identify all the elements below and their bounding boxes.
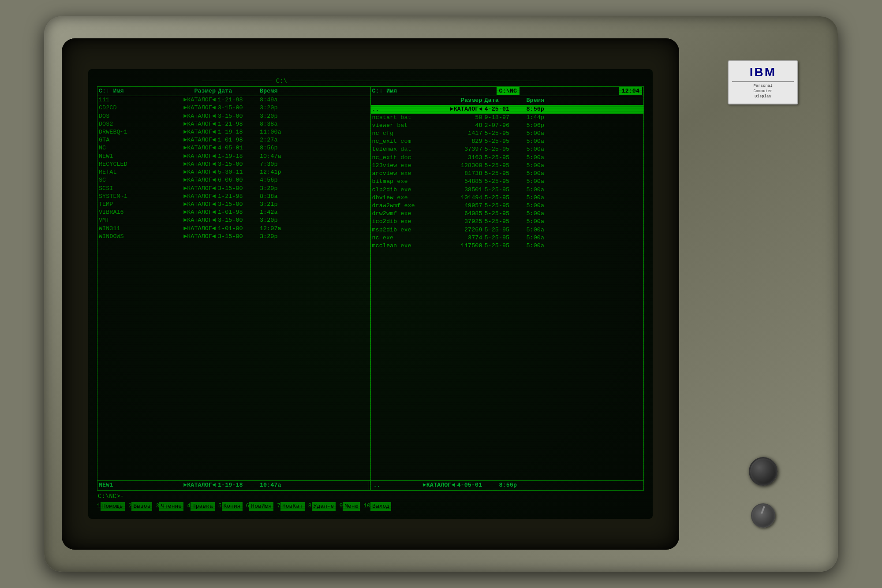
right-file-row[interactable]: nc_exit com 829 5-25-95 5:00a bbox=[372, 138, 643, 145]
file-size: ►КАТАЛОГ◄ bbox=[161, 153, 218, 160]
file-size: 117500 bbox=[441, 242, 485, 250]
right-file-row[interactable]: clp2dib exe 38501 5-25-95 5:00a bbox=[372, 186, 643, 194]
file-time: 8:38a bbox=[260, 193, 288, 201]
left-file-row[interactable]: DRWEBQ~1 ►КАТАЛОГ◄ 1-19-18 11:00a bbox=[99, 128, 369, 136]
left-file-row[interactable]: GTA ►КАТАЛОГ◄ 1-01-98 2:27a bbox=[99, 136, 369, 144]
left-file-row[interactable]: WINDOWS ►КАТАЛОГ◄ 3-15-00 3:20p bbox=[99, 233, 369, 241]
right-file-row[interactable]: msp2dib exe 27269 5-25-95 5:00a bbox=[372, 226, 643, 234]
right-file-row[interactable]: bitmap exe 54885 5-25-95 5:00a bbox=[372, 178, 643, 186]
right-file-row[interactable]: nc exe 3774 5-25-95 5:00a bbox=[372, 234, 643, 242]
left-file-row[interactable]: 111 ►КАТАЛОГ◄ 1-21-98 8:49a bbox=[99, 96, 369, 104]
fkey-9[interactable]: 9Меню bbox=[339, 502, 360, 511]
file-date: 5-25-95 bbox=[485, 234, 527, 242]
screen-bezel: ─────────────────── C:\ ────────────────… bbox=[62, 38, 679, 550]
right-file-row[interactable]: 123view exe 128300 5-25-95 5:00a bbox=[372, 162, 643, 170]
file-size: ►КАТАЛОГ◄ bbox=[161, 144, 218, 152]
file-name: bitmap exe bbox=[372, 178, 441, 186]
file-name: SC bbox=[99, 176, 161, 184]
left-file-row[interactable]: WIN311 ►КАТАЛОГ◄ 1-01-00 12:07a bbox=[99, 225, 369, 233]
left-file-row[interactable]: CD2CD ►КАТАЛОГ◄ 3-15-00 3:20p bbox=[99, 104, 369, 112]
file-time: 8:56p bbox=[260, 144, 288, 152]
contrast-knob[interactable] bbox=[751, 503, 775, 528]
right-file-row[interactable]: telemax dat 37397 5-25-95 5:00a bbox=[372, 145, 643, 153]
file-time: 12:41p bbox=[260, 168, 288, 176]
file-size: ►КАТАЛОГ◄ bbox=[161, 216, 218, 224]
nc-interface: ─────────────────── C:\ ────────────────… bbox=[97, 77, 644, 511]
file-date: 5-25-95 bbox=[485, 202, 527, 210]
left-file-row[interactable]: RECYCLED ►КАТАЛОГ◄ 3-15-00 7:30p bbox=[99, 160, 369, 168]
file-size: 38501 bbox=[441, 186, 485, 194]
file-name: CD2CD bbox=[99, 104, 161, 112]
file-time: 5:00a bbox=[527, 226, 555, 234]
right-file-row[interactable]: nc_exit doc 3163 5-25-95 5:00a bbox=[372, 154, 643, 162]
fkey-8[interactable]: 8Удал-е bbox=[308, 502, 336, 511]
file-time: 8:49a bbox=[260, 96, 288, 104]
fkey-3[interactable]: 3Чтение bbox=[156, 502, 183, 511]
fkey-5[interactable]: 5Копия bbox=[218, 502, 243, 511]
fkey-label: Копия bbox=[222, 502, 243, 511]
ibm-line3: Display bbox=[755, 94, 771, 99]
right-file-row[interactable]: nc cfg 1417 5-25-95 5:00a bbox=[372, 130, 643, 138]
fkey-7[interactable]: 7НовКат bbox=[277, 502, 305, 511]
right-file-row[interactable]: arcview exe 81738 5-25-95 5:00a bbox=[372, 170, 643, 178]
file-time: 3:20p bbox=[260, 233, 288, 241]
left-file-row[interactable]: NC ►КАТАЛОГ◄ 4-05-01 8:56p bbox=[99, 144, 369, 152]
file-time: 1:42a bbox=[260, 208, 288, 216]
fkey-label: Вызов bbox=[131, 502, 152, 511]
left-selected-date: 1-19-18 bbox=[218, 481, 260, 489]
right-file-row[interactable]: mcclean exe 117500 5-25-95 5:00a bbox=[372, 242, 643, 250]
file-size: 54885 bbox=[441, 178, 485, 186]
left-file-row[interactable]: VIBRA16 ►КАТАЛОГ◄ 1-01-98 1:42a bbox=[99, 208, 369, 216]
left-file-row[interactable]: VMT ►КАТАЛОГ◄ 3-15-00 3:20p bbox=[99, 216, 369, 224]
right-info-bar: .. ►КАТАЛОГ◄ 4-05-01 8:56p bbox=[371, 480, 644, 490]
left-file-row[interactable]: TEMP ►КАТАЛОГ◄ 3-15-00 3:21p bbox=[99, 201, 369, 208]
right-file-row[interactable]: draw2wmf exe 49957 5-25-95 5:00a bbox=[372, 202, 643, 210]
file-date: 6-06-00 bbox=[218, 176, 260, 184]
left-file-row[interactable]: RETAL ►КАТАЛОГ◄ 5-30-11 12:41p bbox=[99, 168, 369, 176]
file-time: 3:20p bbox=[260, 104, 288, 112]
file-name: mcclean exe bbox=[372, 242, 441, 250]
file-date: 5-25-95 bbox=[485, 138, 527, 145]
left-selected-size: ►КАТАЛОГ◄ bbox=[161, 481, 218, 489]
right-file-row[interactable]: viewer bat 48 2-07-96 5:06p bbox=[372, 122, 643, 130]
path-bar: ─────────────────── C:\ ────────────────… bbox=[97, 77, 644, 86]
file-time: 4:56p bbox=[260, 176, 288, 184]
file-time: 5:00a bbox=[527, 170, 555, 178]
file-date: 1-21-98 bbox=[218, 120, 260, 128]
file-date: 1-19-18 bbox=[218, 128, 260, 136]
brightness-knob[interactable] bbox=[749, 457, 777, 486]
file-size: 3774 bbox=[441, 234, 485, 242]
fkey-6[interactable]: 6НовИмя bbox=[246, 502, 274, 511]
file-time: 5:00a bbox=[527, 186, 555, 194]
right-file-row[interactable]: drw2wmf exe 64085 5-25-95 5:00a bbox=[372, 210, 643, 218]
fkey-1[interactable]: 1Помощь bbox=[97, 502, 125, 511]
left-file-row[interactable]: NEW1 ►КАТАЛОГ◄ 1-19-18 10:47a bbox=[99, 153, 369, 160]
file-size: 50 bbox=[441, 114, 485, 122]
file-time: 5:00a bbox=[527, 242, 555, 250]
right-file-row[interactable]: ico2dib exe 37925 5-25-95 5:00a bbox=[372, 218, 643, 226]
fkey-num: 4 bbox=[187, 502, 191, 511]
file-time: 3:21p bbox=[260, 201, 288, 208]
left-file-row[interactable]: SC ►КАТАЛОГ◄ 6-06-00 4:56p bbox=[99, 176, 369, 184]
fkey-10[interactable]: 10Выход bbox=[363, 502, 391, 511]
right-file-row[interactable]: ncstart bat 50 9-18-97 1:44p bbox=[372, 114, 643, 122]
fkey-2[interactable]: 2Вызов bbox=[128, 502, 153, 511]
file-date: 5-25-95 bbox=[485, 194, 527, 202]
file-size: ►КАТАЛОГ◄ bbox=[161, 160, 218, 168]
left-file-row[interactable]: DOS ►КАТАЛОГ◄ 3-15-00 3:20p bbox=[99, 112, 369, 120]
file-size: ►КАТАЛОГ◄ bbox=[161, 128, 218, 136]
file-size: ►КАТАЛОГ◄ bbox=[161, 201, 218, 208]
file-size: 27269 bbox=[441, 226, 485, 234]
right-file-row[interactable]: dbview exe 101494 5-25-95 5:00a bbox=[372, 194, 643, 202]
left-file-row[interactable]: SYSTEM~1 ►КАТАЛОГ◄ 1-21-98 8:38a bbox=[99, 193, 369, 201]
file-date: 5-30-11 bbox=[218, 168, 260, 176]
file-name: nc cfg bbox=[372, 130, 441, 138]
fkey-label: Меню bbox=[343, 502, 360, 511]
fkey-label: НовИмя bbox=[249, 502, 273, 511]
file-date: 1-21-98 bbox=[218, 96, 260, 104]
fkey-4[interactable]: 4Правка bbox=[187, 502, 215, 511]
file-name: VIBRA16 bbox=[99, 208, 161, 216]
file-time: 5:00a bbox=[527, 154, 555, 162]
left-file-row[interactable]: SCSI ►КАТАЛОГ◄ 3-15-00 3:20p bbox=[99, 185, 369, 193]
left-file-row[interactable]: DOS2 ►КАТАЛОГ◄ 1-21-98 8:38a bbox=[99, 120, 369, 128]
